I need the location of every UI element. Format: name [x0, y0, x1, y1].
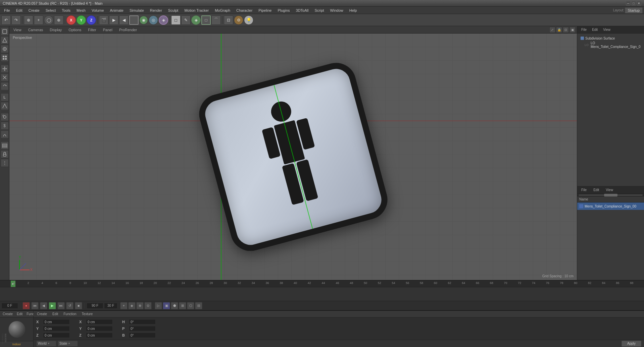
material-button[interactable]: ◻ [171, 15, 181, 25]
attr-tab-function[interactable]: Function [61, 311, 78, 316]
sidebar-more[interactable]: ⋮ [1, 159, 9, 167]
new-scene-button[interactable]: ⊕ [24, 15, 33, 25]
current-frame-display[interactable]: 0 F [1, 303, 18, 309]
menu-3dtoall[interactable]: 3DToAll [293, 8, 311, 13]
camera-button[interactable]: 🎬 [99, 15, 108, 25]
play-backward-fast[interactable]: ⏮ [31, 302, 39, 309]
x-axis-button[interactable]: X [66, 15, 76, 25]
attr-tab-create[interactable]: Create [35, 311, 49, 316]
texture-active[interactable]: ◈ [191, 15, 201, 25]
sidebar-scale[interactable] [1, 73, 9, 81]
render-preview-button[interactable]: ▶ [109, 15, 118, 25]
om-tab-file[interactable]: File [579, 187, 589, 192]
playback-mode-1[interactable]: ▷ [155, 302, 162, 309]
y-axis-button[interactable]: Y [77, 15, 86, 25]
x-position-field[interactable]: 0 cm [43, 319, 70, 325]
render-button[interactable]: ◀ [119, 15, 129, 25]
menu-select[interactable]: Select [43, 8, 59, 13]
tab-display[interactable]: Display [47, 27, 64, 33]
viewport-settings[interactable]: ⊡ [563, 27, 569, 33]
h-field[interactable]: 0° [129, 319, 156, 325]
playback-mode-5[interactable]: ⬡ [187, 302, 194, 309]
om-slider[interactable] [577, 194, 644, 196]
attr-tab-edit[interactable]: Edit [50, 311, 60, 316]
om-slider-thumb[interactable] [604, 194, 617, 196]
stop-button[interactable]: ■ [75, 302, 82, 309]
max-frame-display[interactable]: 30 F [104, 303, 117, 309]
sidebar-mode-2[interactable] [1, 36, 9, 44]
z-position-field[interactable]: 0 cm [43, 333, 70, 338]
viewport-maximize[interactable]: ⤢ [549, 27, 555, 33]
om-tab-edit[interactable]: Edit [591, 187, 601, 192]
viewport-lock[interactable]: 🔒 [556, 27, 562, 33]
light-button[interactable]: 💡 [244, 15, 253, 25]
z2-field[interactable]: 0 cm [86, 333, 113, 338]
timeline-keyframes[interactable] [0, 287, 644, 301]
hierarchy-tab-edit[interactable]: Edit [590, 27, 600, 32]
playback-mode-4[interactable]: ⊞ [179, 302, 186, 309]
sidebar-mode-3[interactable] [1, 45, 9, 53]
menu-file[interactable]: File [1, 8, 13, 13]
render-to-picture-button[interactable] [129, 15, 139, 25]
hierarchy-tab-file[interactable]: File [579, 27, 589, 32]
menu-plugins[interactable]: Plugins [275, 8, 292, 13]
redo-button[interactable]: ↷ [11, 15, 21, 25]
menu-edit[interactable]: Edit [13, 8, 25, 13]
tab-options[interactable]: Options [66, 27, 84, 33]
sidebar-mode-4[interactable] [1, 54, 9, 62]
menu-render[interactable]: Render [147, 8, 165, 13]
tab-filter[interactable]: Filter [85, 27, 99, 33]
menu-character[interactable]: Character [234, 8, 255, 13]
sidebar-lock[interactable] [1, 150, 9, 158]
menu-script[interactable]: Script [312, 8, 327, 13]
loop-button[interactable]: ↺ [66, 302, 73, 309]
snap-button[interactable]: ⊡ [224, 15, 233, 25]
hierarchy-mesh-item[interactable]: LO LO Mens_Toilet_Compliance_Sign_0 [579, 42, 643, 48]
menu-animate[interactable]: Animate [107, 8, 126, 13]
menu-sculpt[interactable]: Sculpt [165, 8, 181, 13]
undo-button[interactable]: ↶ [1, 15, 11, 25]
y2-field[interactable]: 0 cm [86, 326, 113, 331]
play-forward[interactable]: ▶ [49, 302, 56, 309]
menu-mograph[interactable]: MoGraph [212, 8, 233, 13]
mat-tab-create[interactable]: Create [1, 311, 14, 316]
record-button[interactable]: ● [22, 302, 30, 309]
sidebar-polygon[interactable]: L [1, 93, 9, 101]
null-object-button[interactable]: ◯ [44, 15, 53, 25]
viewport-3d[interactable]: Perspective Grid Spacing : 10 cm X Y [9, 34, 577, 280]
menu-volume[interactable]: Volume [89, 8, 107, 13]
playback-mode-2[interactable]: ▣ [163, 302, 170, 309]
viewport-layout[interactable]: ▣ [569, 27, 576, 33]
keyframe-tool-1[interactable]: ⌖ [120, 302, 128, 309]
maximize-button[interactable]: □ [631, 1, 636, 6]
menu-motion-tracker[interactable]: Motion Tracker [182, 8, 211, 13]
p-field[interactable]: 0° [129, 326, 156, 331]
sidebar-edge[interactable] [1, 102, 9, 110]
z-axis-button[interactable]: Z [87, 15, 96, 25]
minimize-button[interactable]: ─ [626, 1, 631, 6]
workplane-button[interactable]: ⚙ [234, 15, 243, 25]
menu-window[interactable]: Window [328, 8, 346, 13]
menu-help[interactable]: Help [347, 8, 360, 13]
state-dropdown[interactable]: State [58, 341, 78, 347]
world-dropdown[interactable]: World [36, 341, 56, 347]
coord-button[interactable]: ⊕ [54, 15, 63, 25]
hierarchy-subdivision-surface[interactable]: Subdivision Surface [579, 35, 643, 42]
b-field[interactable]: 0° [129, 333, 156, 338]
tab-panel[interactable]: Panel [100, 27, 115, 33]
menu-simulate[interactable]: Simulate [127, 8, 147, 13]
menu-create[interactable]: Create [26, 8, 42, 13]
apply-button[interactable]: Apply [622, 341, 641, 347]
tab-cameras[interactable]: Cameras [26, 27, 46, 33]
keyframe-tool-3[interactable]: ⊕ [136, 302, 144, 309]
sidebar-mode-1[interactable] [1, 27, 9, 36]
tab-view[interactable]: View [11, 27, 24, 33]
keyframe-tool-2[interactable]: ◈ [128, 302, 136, 309]
edit-render-settings[interactable]: ◉ [139, 16, 148, 24]
om-tab-view[interactable]: View [604, 187, 615, 192]
sidebar-rotate[interactable] [1, 82, 9, 90]
sidebar-spline[interactable] [1, 113, 9, 121]
sidebar-move[interactable] [1, 65, 9, 73]
playback-mode-3[interactable]: ⬟ [171, 302, 178, 309]
y-position-field[interactable]: 0 cm [43, 326, 70, 331]
